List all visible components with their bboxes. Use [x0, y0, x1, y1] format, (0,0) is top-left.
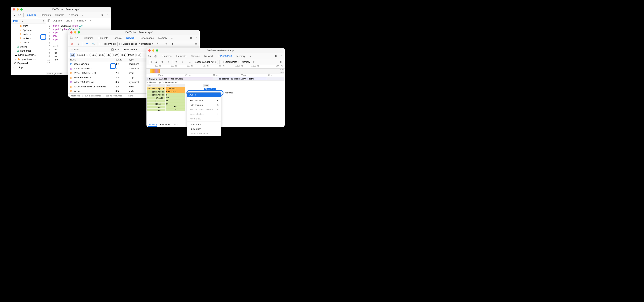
perf-settings-icon[interactable]: ⚙	[278, 60, 283, 64]
minimap[interactable]: CPU NET	[146, 69, 285, 73]
col-type[interactable]: Type	[129, 58, 148, 61]
ctx-link-entries[interactable]: Link entries	[187, 127, 221, 131]
tree-app-vue[interactable]: 🗎App.vue	[11, 28, 46, 32]
reload-button[interactable]: ⟳	[160, 60, 164, 64]
device-icon[interactable]	[17, 13, 22, 17]
nav-page-tab[interactable]: Page	[13, 20, 18, 23]
settings-icon[interactable]: ⚙	[274, 54, 278, 58]
flame-evaluate-script[interactable]: Evaluate script▸	[146, 87, 165, 90]
clear-button[interactable]: ⊘	[166, 60, 171, 64]
tree-store[interactable]: ▸🖿store	[11, 24, 46, 28]
tree-banner[interactable]: 🖼banner.jpg	[11, 49, 46, 53]
tab-console[interactable]: Console	[111, 36, 124, 40]
zoom-icon[interactable]	[156, 49, 158, 52]
more-nav-icon[interactable]: »	[20, 19, 25, 23]
detail-ruler[interactable]: 62 ms67 ms72 ms77 ms82 ms	[146, 73, 285, 77]
tab-elements[interactable]: Elements	[39, 13, 53, 17]
record-circle-button[interactable]: ◉	[154, 60, 158, 64]
tab-call-tree[interactable]: Call t	[173, 123, 178, 126]
home-icon[interactable]: ⌂	[188, 60, 192, 64]
ctx-ask-ai[interactable]: Ask AI	[187, 93, 221, 97]
chip-doc[interactable]: Doc	[90, 53, 97, 57]
tree-router[interactable]: 🗎router.ts	[11, 36, 46, 40]
clear-button[interactable]: ⊘	[76, 42, 81, 46]
nav-more-icon[interactable]: ⋮	[41, 19, 46, 23]
flame-anon[interactable]: (anonymous)	[146, 93, 165, 96]
tab-sources[interactable]: Sources	[160, 54, 174, 58]
filter-input[interactable]: ▽ Filter	[70, 48, 110, 51]
flame-function-call[interactable]: Function call	[165, 90, 185, 93]
more-icon[interactable]: ⋮	[105, 13, 110, 17]
tab-sources[interactable]: Sources	[25, 13, 38, 17]
flame-anon[interactable]: (anonymous)	[146, 90, 165, 93]
net-bar-collect[interactable]: collect (region1.google-analytics.com)	[218, 77, 267, 80]
flame-task[interactable]: Task	[203, 84, 209, 87]
memory-checkbox[interactable]: Memory	[238, 61, 250, 63]
sidebar-toggle-icon[interactable]	[46, 18, 51, 23]
col-status[interactable]: Status	[116, 58, 129, 61]
inspect-icon[interactable]	[70, 36, 74, 40]
chip-font[interactable]: Font	[112, 53, 119, 57]
tab-memory[interactable]: Memory	[234, 54, 247, 58]
flame-task[interactable]: Task	[165, 84, 185, 87]
more-icon[interactable]: ⋮	[194, 36, 198, 40]
more-tabs-icon[interactable]: »	[248, 54, 252, 58]
tab-sources[interactable]: Sources	[82, 36, 95, 40]
tree-main-ts[interactable]: 🗎main.ts	[11, 32, 46, 36]
ctx-hide-children[interactable]: Hide childrenC	[187, 103, 221, 107]
settings-icon[interactable]: ⚙	[100, 13, 104, 17]
net-bar-css[interactable]: 522e.css (coffee-cart.app)	[158, 77, 213, 80]
close-icon[interactable]	[70, 31, 72, 33]
col-name[interactable]: Name	[68, 58, 116, 61]
more-icon[interactable]: ⋮	[279, 54, 284, 58]
screenshots-checkbox[interactable]: Screenshots	[221, 61, 237, 63]
tab-bottom-up[interactable]: Bottom-up	[160, 123, 170, 126]
tab-elements[interactable]: Elements	[96, 36, 110, 40]
device-icon[interactable]	[75, 36, 79, 40]
zoom-icon[interactable]	[78, 31, 80, 33]
flame-fn-c[interactable]: c	[146, 99, 165, 102]
file-tab-utils[interactable]: utils.ts	[64, 19, 74, 23]
close-icon[interactable]	[13, 8, 15, 10]
tree-deployed[interactable]: ▾⬡Deployed	[11, 61, 46, 65]
more-filetabs-icon[interactable]: »	[88, 18, 93, 23]
tab-network[interactable]: Network	[202, 54, 215, 58]
upload-icon[interactable]: ⬆	[164, 42, 168, 46]
file-tab-main[interactable]: main.ts×	[74, 19, 88, 23]
chip-css[interactable]: CSS	[98, 53, 105, 57]
more-filters-dropdown[interactable]: More filters ▼	[124, 48, 138, 51]
tab-performance[interactable]: Performance	[138, 36, 156, 40]
download-icon[interactable]: ⬇	[170, 42, 175, 46]
ctx-label-entry[interactable]: Label entry	[187, 122, 221, 127]
file-tab-app[interactable]: App.vue	[52, 19, 64, 23]
chip-img[interactable]: Img	[120, 53, 126, 57]
chip-all[interactable]: All	[70, 53, 75, 57]
wifi-icon[interactable]	[155, 42, 160, 46]
inspect-icon[interactable]	[12, 13, 16, 17]
record-button[interactable]: ◉	[70, 42, 74, 46]
minimize-icon[interactable]	[152, 49, 154, 52]
minimize-icon[interactable]	[74, 31, 76, 33]
inspect-icon[interactable]	[148, 54, 152, 58]
more-tabs-icon[interactable]: »	[170, 36, 174, 40]
chip-manifest[interactable]: M	[136, 53, 141, 57]
tab-elements[interactable]: Elements	[174, 54, 188, 58]
main-track-header[interactable]: ▾ Main — https://coffee-cart.app/	[146, 81, 285, 84]
tab-console[interactable]: Console	[189, 54, 202, 58]
flame-timer-fired[interactable]: Timer fired	[165, 87, 185, 90]
flame-anon[interactable]: (an…s)	[146, 102, 165, 105]
filter-icon[interactable]: ▼	[85, 42, 89, 46]
close-tab-icon[interactable]: ×	[85, 19, 86, 22]
tree-cdn[interactable]: ▾☁cdnjs.cloudflar...	[11, 53, 46, 57]
tree-utils[interactable]: 🗎utils.ts	[11, 40, 46, 44]
chip-fetchxhr[interactable]: Fetch/XHR	[76, 53, 90, 57]
preserve-log-checkbox[interactable]: Preserve log	[100, 43, 116, 45]
network-settings-icon[interactable]: ⚙	[194, 42, 198, 46]
throttling-select[interactable]: No throttling ▼	[139, 43, 154, 45]
flame-task[interactable]: Task	[146, 84, 165, 87]
download-icon[interactable]: ⬇	[180, 60, 184, 64]
gc-icon[interactable]: 🗑	[252, 60, 256, 64]
ctx-hide-function[interactable]: Hide functionH	[187, 98, 221, 103]
device-icon[interactable]	[153, 54, 158, 58]
tab-performance[interactable]: Performance	[216, 54, 234, 58]
